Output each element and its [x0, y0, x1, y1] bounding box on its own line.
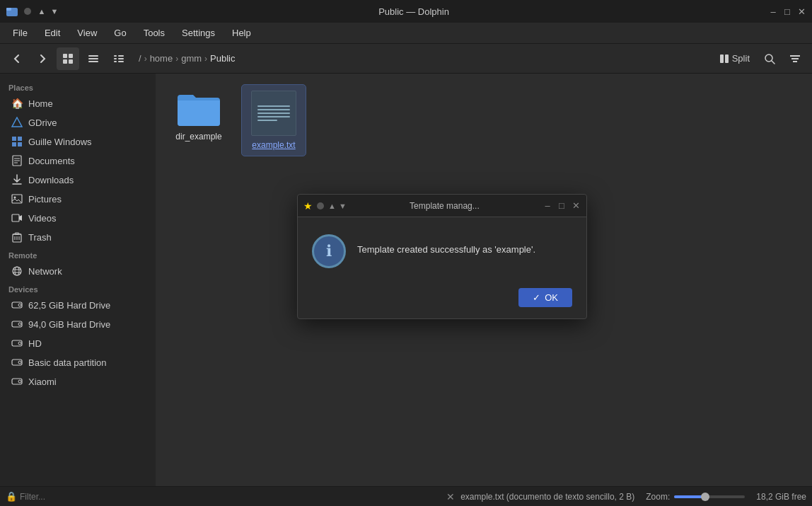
file-lines — [252, 100, 296, 127]
sidebar-item-home[interactable]: 🏠 Home — [3, 94, 153, 113]
dialog-dot — [317, 202, 324, 209]
maximize-button[interactable]: □ — [782, 6, 792, 16]
window-controls[interactable]: – □ ✕ — [768, 6, 806, 16]
breadcrumb-root[interactable]: / — [139, 53, 141, 64]
hdd-62-icon — [11, 299, 23, 311]
sidebar-item-guille-windows[interactable]: Guille Windows — [3, 132, 153, 151]
sidebar-item-basic-data[interactable]: Basic data partition — [3, 353, 153, 372]
svg-rect-49 — [12, 340, 22, 346]
sidebar-label-downloads: Downloads — [28, 175, 74, 185]
dot-1 — [24, 8, 31, 15]
titlebar-up-arrow[interactable]: ▲ — [37, 6, 47, 16]
titlebar: ▲ ▼ Public — Dolphin – □ ✕ — [0, 0, 812, 23]
sidebar-label-documents: Documents — [28, 156, 75, 166]
sidebar-item-hdd-94[interactable]: 94,0 GiB Hard Drive — [3, 315, 153, 333]
view-icons-button[interactable] — [57, 47, 79, 70]
svg-rect-21 — [793, 61, 797, 62]
dialog-minimize-button[interactable]: – — [543, 201, 552, 211]
svg-rect-19 — [790, 55, 800, 57]
text-file-icon — [251, 91, 296, 136]
svg-rect-26 — [18, 142, 22, 146]
dialog-close-button[interactable]: ✕ — [571, 201, 581, 211]
titlebar-arrows[interactable]: ▲ ▼ — [37, 6, 59, 16]
menu-file[interactable]: File — [6, 25, 35, 41]
svg-rect-16 — [725, 54, 729, 63]
menu-tools[interactable]: Tools — [137, 25, 172, 41]
svg-point-46 — [18, 304, 21, 306]
svg-rect-53 — [12, 379, 22, 384]
sidebar-item-network[interactable]: Network — [3, 262, 153, 280]
view-detail-button[interactable] — [108, 47, 130, 70]
sidebar-label-hdd-62: 62,5 GiB Hard Drive — [28, 300, 110, 311]
view-list-button[interactable] — [82, 47, 105, 70]
forward-button[interactable] — [31, 47, 54, 70]
svg-rect-3 — [69, 54, 73, 58]
menu-edit[interactable]: Edit — [37, 25, 67, 41]
sidebar-label-guille-windows: Guille Windows — [28, 137, 92, 147]
svg-point-50 — [18, 342, 21, 345]
back-button[interactable] — [6, 47, 28, 70]
sidebar-label-xiaomi: Xiaomi — [28, 376, 57, 387]
app-icon — [6, 5, 18, 18]
zoom-thumb[interactable] — [701, 493, 709, 501]
sidebar-item-downloads[interactable]: Downloads — [3, 171, 153, 189]
svg-rect-37 — [15, 233, 19, 234]
svg-rect-24 — [18, 137, 22, 141]
split-button[interactable]: Split — [714, 50, 755, 67]
sidebar-item-xiaomi[interactable]: Xiaomi — [3, 372, 153, 391]
svg-rect-15 — [720, 54, 724, 63]
sidebar-item-trash[interactable]: Trash — [3, 228, 153, 246]
menu-view[interactable]: View — [70, 25, 104, 41]
hdd-94-icon — [11, 318, 23, 330]
svg-rect-8 — [88, 61, 98, 62]
sidebar-item-hd[interactable]: HD — [3, 334, 153, 352]
breadcrumb-home[interactable]: home — [150, 53, 173, 64]
breadcrumb-gmm[interactable]: gmm — [181, 53, 202, 64]
svg-rect-6 — [88, 55, 98, 57]
minimize-button[interactable]: – — [768, 6, 778, 16]
file-line-3 — [257, 113, 290, 114]
dialog-up-arrow[interactable]: ▲ — [328, 202, 336, 210]
sidebar-label-hd: HD — [28, 338, 42, 349]
dialog-ok-button[interactable]: ✓ OK — [518, 288, 572, 307]
svg-rect-7 — [88, 58, 98, 59]
filter-input[interactable] — [20, 492, 443, 502]
home-icon: 🏠 — [11, 98, 23, 109]
file-item-example-txt[interactable]: example.txt — [242, 85, 306, 156]
titlebar-down-arrow[interactable]: ▼ — [50, 6, 59, 16]
zoom-fill — [674, 495, 702, 498]
menu-settings[interactable]: Settings — [175, 25, 222, 41]
file-line-2 — [257, 109, 290, 110]
dialog-titlebar-arrows[interactable]: ▲ ▼ — [328, 202, 347, 210]
sidebar-label-hdd-94: 94,0 GiB Hard Drive — [28, 319, 110, 330]
zoom-track[interactable] — [674, 495, 745, 498]
breadcrumb-public[interactable]: Public — [210, 53, 235, 64]
file-item-dir-example[interactable]: dir_example — [167, 85, 231, 156]
filter-close-button[interactable]: ✕ — [446, 491, 455, 502]
sidebar-item-documents[interactable]: Documents — [3, 151, 153, 170]
svg-rect-23 — [12, 137, 16, 141]
dialog-down-arrow[interactable]: ▼ — [339, 202, 347, 210]
sidebar-label-network: Network — [28, 266, 62, 277]
menu-go[interactable]: Go — [107, 25, 133, 41]
svg-rect-9 — [114, 55, 117, 57]
close-button[interactable]: ✕ — [796, 6, 806, 16]
split-label: Split — [732, 53, 750, 64]
svg-rect-1 — [6, 8, 11, 11]
gdrive-icon — [11, 117, 23, 128]
zoom-wrap: Zoom: — [646, 492, 745, 502]
pictures-icon — [11, 193, 23, 205]
dialog-content: ℹ Template created successfully as 'exam… — [298, 217, 586, 282]
search-button[interactable] — [758, 47, 781, 70]
sort-button[interactable] — [784, 47, 806, 70]
sidebar-item-gdrive[interactable]: GDrive — [3, 113, 153, 132]
svg-rect-47 — [12, 321, 22, 327]
svg-point-54 — [18, 380, 21, 383]
menu-help[interactable]: Help — [225, 25, 258, 41]
dialog-titlebar-left: ★ ▲ ▼ — [303, 200, 347, 212]
sidebar-item-pictures[interactable]: Pictures — [3, 190, 153, 208]
svg-marker-22 — [12, 117, 22, 127]
sidebar-item-videos[interactable]: Videos — [3, 209, 153, 227]
dialog-maximize-button[interactable]: □ — [557, 201, 567, 211]
sidebar-item-hdd-62[interactable]: 62,5 GiB Hard Drive — [3, 296, 153, 314]
